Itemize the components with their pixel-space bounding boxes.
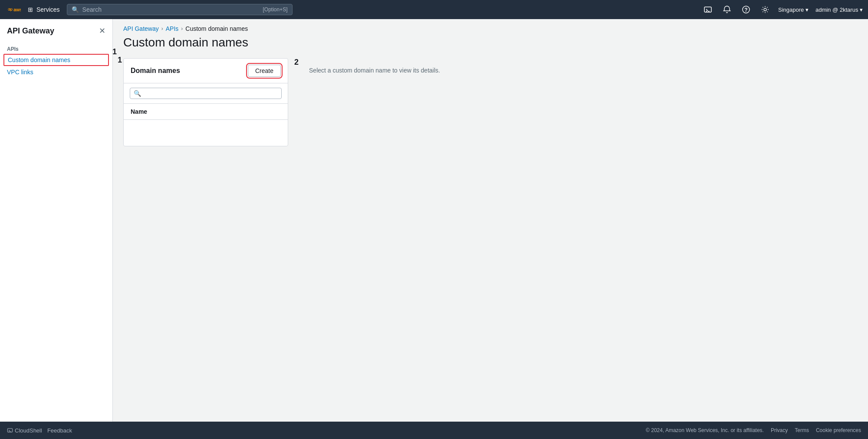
services-menu[interactable]: ⊞ Services [24,4,63,15]
cloudshell-footer-label: CloudShell [15,427,42,434]
page-title: Custom domain names [123,36,858,50]
footer-terms-link[interactable]: Terms [795,427,809,433]
nav-right: ? Singapore ▾ admin @ 2ktarus ▾ [702,3,863,16]
breadcrumb-sep-1: › [161,26,163,32]
feedback-button[interactable]: Feedback [47,427,72,434]
domain-names-panel: Domain names Create 🔍 Name [123,58,288,146]
domain-panel-header: Domain names Create [124,59,288,83]
aws-logo[interactable]: aws [5,4,21,16]
help-icon[interactable]: ? [740,3,752,16]
cloudshell-icon[interactable] [702,3,714,16]
search-icon: 🔍 [72,6,79,13]
sidebar-section-apis: APIs [0,43,112,54]
domain-search-container: 🔍 [124,83,288,104]
settings-icon[interactable] [759,3,771,16]
svg-point-5 [764,8,766,11]
sidebar-item-vpc-links-label: VPC links [7,69,33,76]
footer-left: CloudShell Feedback [7,427,72,434]
search-bar[interactable]: 🔍 [Option+S] [67,4,293,15]
breadcrumb: API Gateway › APIs › Custom domain names [113,19,868,36]
domain-search-icon: 🔍 [134,90,141,97]
sidebar-header: API Gateway ✕ [0,26,112,43]
domain-name-column-header: Name [131,108,147,115]
user-menu[interactable]: admin @ 2ktarus ▾ [815,7,863,13]
grid-icon: ⊞ [28,6,33,13]
sidebar-item-custom-domain-names[interactable]: Custom domain names [3,54,109,66]
domain-search-input-wrap[interactable]: 🔍 [130,88,282,99]
footer-privacy-link[interactable]: Privacy [771,427,788,433]
domain-table-header: Name [124,104,288,120]
sidebar-close-button[interactable]: ✕ [99,26,105,36]
create-button[interactable]: Create [248,65,281,77]
panel-layout: Domain names Create 🔍 Name [123,58,858,146]
domain-table-body [124,120,288,146]
cloudshell-footer-button[interactable]: CloudShell [7,427,42,434]
footer: CloudShell Feedback © 2024, Amazon Web S… [0,422,868,439]
right-panel-hint: Select a custom domain name to view its … [309,67,440,74]
region-selector[interactable]: Singapore ▾ [778,7,809,13]
footer-cookie-preferences-link[interactable]: Cookie preferences [816,427,861,433]
footer-right: © 2024, Amazon Web Services, Inc. or its… [646,427,861,433]
main-layout: API Gateway ✕ APIs Custom domain names 1… [0,19,868,422]
breadcrumb-apis[interactable]: APIs [166,25,179,32]
search-input[interactable] [82,6,260,13]
svg-text:?: ? [744,7,747,13]
domain-panel-title: Domain names [131,67,180,75]
breadcrumb-api-gateway[interactable]: API Gateway [123,25,159,32]
page-content: Custom domain names Domain names Create [113,36,868,422]
sidebar-item-custom-domain-names-label: Custom domain names [8,56,70,63]
search-shortcut: [Option+S] [263,7,288,13]
step-2-badge: 2 [294,58,299,66]
sidebar-title: API Gateway [7,26,54,36]
footer-copyright: © 2024, Amazon Web Services, Inc. or its… [646,427,764,433]
breadcrumb-current: Custom domain names [185,25,248,32]
content-area: API Gateway › APIs › Custom domain names… [113,19,868,422]
right-panel: Select a custom domain name to view its … [299,58,858,83]
step-1-badge: 1 [112,48,117,56]
breadcrumb-sep-2: › [181,26,183,32]
top-nav: aws ⊞ Services 🔍 [Option+S] ? Singapore … [0,0,868,19]
sidebar-item-vpc-links[interactable]: VPC links [0,66,112,78]
sidebar: API Gateway ✕ APIs Custom domain names 1… [0,19,113,422]
svg-text:aws: aws [13,7,21,12]
domain-search-input[interactable] [144,90,278,97]
notifications-icon[interactable] [721,3,733,16]
